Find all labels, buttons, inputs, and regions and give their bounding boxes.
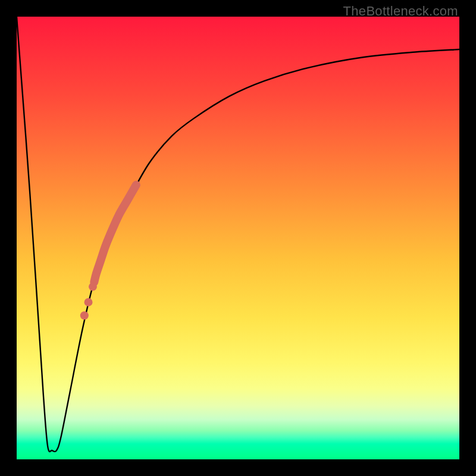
highlight-dot: [84, 298, 93, 306]
chart-svg: [17, 17, 459, 459]
main-curve: [17, 17, 459, 452]
curve-group: [17, 17, 459, 452]
plot-area: [17, 17, 459, 459]
chart-frame: TheBottleneck.com: [0, 0, 476, 476]
highlight-segment: [94, 185, 136, 283]
highlight-dot: [89, 283, 97, 291]
highlight-group: [80, 185, 136, 320]
highlight-dot: [80, 311, 89, 320]
